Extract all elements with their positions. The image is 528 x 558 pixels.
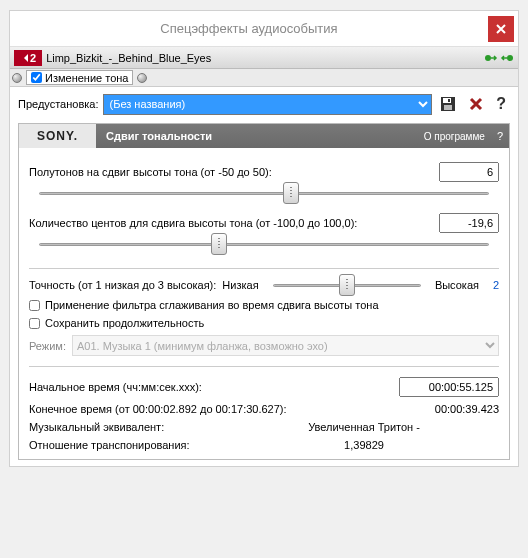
about-link[interactable]: О программе <box>424 131 491 142</box>
antialias-checkbox[interactable] <box>29 300 40 311</box>
accuracy-low-label: Низкая <box>222 279 258 291</box>
svg-point-1 <box>507 55 513 61</box>
preserve-duration-label: Сохранить продолжительность <box>45 317 204 329</box>
save-preset-button[interactable] <box>436 93 460 115</box>
transpose-ratio-value: 1,39829 <box>229 439 499 451</box>
route-right-icon[interactable] <box>500 51 514 65</box>
mode-label: Режим: <box>29 340 66 352</box>
cents-row: Количество центов для сдвига высоты тона… <box>29 213 499 233</box>
plugin-help-button[interactable]: ? <box>491 130 509 142</box>
slider-thumb[interactable] <box>211 233 227 255</box>
accuracy-slider[interactable] <box>273 284 421 287</box>
delete-preset-button[interactable] <box>464 93 488 115</box>
help-button[interactable]: ? <box>492 95 510 113</box>
svg-rect-5 <box>448 99 450 102</box>
mode-row: Режим: A01. Музыка 1 (минимум фланжа, во… <box>29 335 499 356</box>
start-time-label: Начальное время (чч:мм:сек.xxx): <box>29 381 389 393</box>
chain-output-dot[interactable] <box>137 73 147 83</box>
window-title: Спецэффекты аудиособытия <box>10 21 488 36</box>
accuracy-value: 2 <box>485 279 499 291</box>
transpose-ratio-row: Отношение транспонирования: 1,39829 <box>29 439 499 451</box>
preset-label: Предустановка: <box>18 98 99 110</box>
close-icon <box>496 24 506 34</box>
effect-chain-bar: Изменение тона <box>10 69 518 87</box>
plugin-title: Сдвиг тональности <box>96 130 222 142</box>
plugin-header: SONY. Сдвиг тональности О программе ? <box>19 124 509 148</box>
mode-select: A01. Музыка 1 (минимум фланжа, возможно … <box>72 335 499 356</box>
accuracy-label: Точность (от 1 низкая до 3 высокая): <box>29 279 216 291</box>
plugin-body: Полутонов на сдвиг высоты тона (от -50 д… <box>19 148 509 459</box>
file-name: Limp_Bizkit_-_Behind_Blue_Eyes <box>46 52 211 64</box>
brand-label: SONY. <box>19 124 96 148</box>
file-bar: 2 Limp_Bizkit_-_Behind_Blue_Eyes <box>10 47 518 69</box>
end-time-value: 00:00:39.423 <box>399 403 499 415</box>
content-area: Предустановка: (Без названия) ? SONY. Сд… <box>10 87 518 466</box>
preset-select[interactable]: (Без названия) <box>103 94 433 115</box>
cents-label: Количество центов для сдвига высоты тона… <box>29 217 433 229</box>
floppy-icon <box>440 96 456 112</box>
preset-row: Предустановка: (Без названия) ? <box>18 93 510 115</box>
musical-eq-value: Увеличенная Тритон - <box>229 421 499 433</box>
time-grid: Начальное время (чч:мм:сек.xxx): Конечно… <box>29 377 499 451</box>
end-time-label: Конечное время (от 00:00:02.892 до 00:17… <box>29 403 389 415</box>
antialias-row: Применение фильтра сглаживания во время … <box>29 299 499 311</box>
chain-input-dot[interactable] <box>12 73 22 83</box>
divider <box>29 268 499 269</box>
route-left-icon[interactable] <box>484 51 498 65</box>
svg-rect-4 <box>444 105 452 110</box>
semitones-input[interactable] <box>439 162 499 182</box>
cents-slider[interactable] <box>29 235 499 258</box>
semitones-slider[interactable] <box>29 184 499 207</box>
transpose-ratio-label: Отношение транспонирования: <box>29 439 229 451</box>
plugin-panel: SONY. Сдвиг тональности О программе ? По… <box>18 123 510 460</box>
close-button[interactable] <box>488 16 514 42</box>
dialog-window: Спецэффекты аудиособытия 2 Limp_Bizkit_-… <box>9 10 519 467</box>
effect-node[interactable]: Изменение тона <box>26 70 133 85</box>
delete-x-icon <box>468 96 484 112</box>
start-time-input[interactable] <box>399 377 499 397</box>
semitones-label: Полутонов на сдвиг высоты тона (от -50 д… <box>29 166 433 178</box>
slider-thumb[interactable] <box>283 182 299 204</box>
divider <box>29 366 499 367</box>
slider-thumb[interactable] <box>339 274 355 296</box>
title-bar: Спецэффекты аудиособытия <box>10 11 518 47</box>
antialias-label: Применение фильтра сглаживания во время … <box>45 299 379 311</box>
effect-name: Изменение тона <box>45 72 128 84</box>
routing-icons <box>484 51 514 65</box>
effect-enable-checkbox[interactable] <box>31 72 42 83</box>
musical-eq-row: Музыкальный эквивалент: Увеличенная Трит… <box>29 421 499 433</box>
accuracy-row: Точность (от 1 низкая до 3 высокая): Низ… <box>29 279 499 291</box>
preserve-duration-checkbox[interactable] <box>29 318 40 329</box>
cents-input[interactable] <box>439 213 499 233</box>
preserve-row: Сохранить продолжительность <box>29 317 499 329</box>
semitones-row: Полутонов на сдвиг высоты тона (от -50 д… <box>29 162 499 182</box>
musical-eq-label: Музыкальный эквивалент: <box>29 421 229 433</box>
svg-point-0 <box>485 55 491 61</box>
track-badge[interactable]: 2 <box>14 50 42 66</box>
accuracy-high-label: Высокая <box>435 279 479 291</box>
